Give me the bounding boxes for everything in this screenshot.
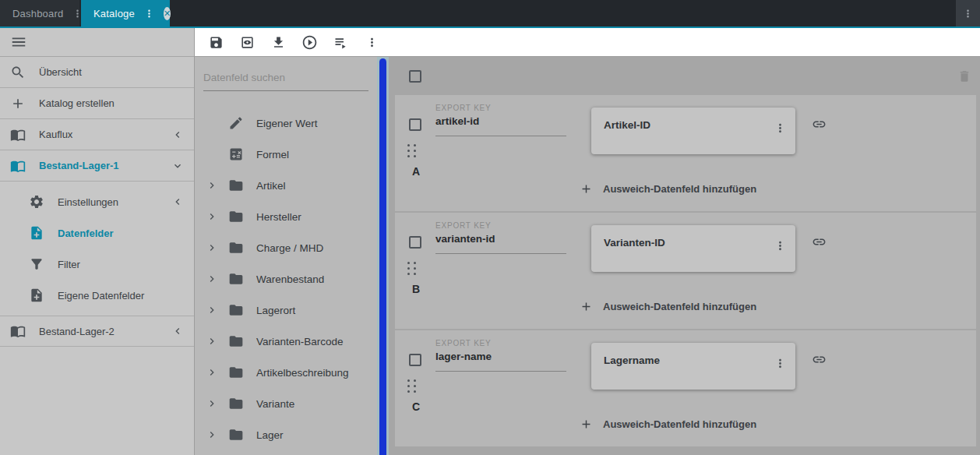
plus-icon: [580, 182, 593, 196]
drag-handle-icon[interactable]: [407, 262, 416, 275]
preview-icon[interactable]: [238, 34, 256, 51]
pencil-icon: [228, 115, 244, 131]
tree-item-eigener-wert[interactable]: Eigener Wert: [195, 108, 377, 139]
export-key-input[interactable]: artikel-id: [435, 115, 566, 136]
chip-menu-icon[interactable]: [774, 239, 788, 253]
tab-menu-icon[interactable]: [143, 8, 155, 19]
folder-icon: [228, 396, 244, 411]
datafield-chip[interactable]: Lagername: [591, 343, 795, 390]
chevron-right-icon[interactable]: [206, 179, 218, 192]
tree-folder-lagerort[interactable]: Lagerort: [195, 295, 377, 326]
catalog-book-icon: [10, 127, 26, 143]
datafield-chip-label: Artikel-ID: [604, 119, 650, 131]
sidebar-item-bestand-lager-1[interactable]: Bestand-Lager-1: [0, 150, 194, 182]
folder-icon: [228, 333, 244, 349]
datafield-search-input[interactable]: [203, 69, 368, 91]
chevron-right-icon[interactable]: [206, 242, 218, 254]
datafield-tree-panel: Eigener Wert Formel Artikel: [195, 57, 377, 455]
row-checkbox[interactable]: [409, 354, 421, 366]
tab-dashboard[interactable]: Dashboard: [0, 0, 79, 26]
playlist-play-icon[interactable]: [332, 34, 349, 51]
folder-icon: [228, 178, 244, 193]
doc-add-icon: [29, 287, 44, 303]
sidebar-item-label: Bestand-Lager-2: [39, 326, 115, 337]
sidebar-item-datenfelder[interactable]: Datenfelder: [0, 217, 194, 249]
tree-item-label: Varianten-Barcode: [256, 336, 344, 347]
sidebar-item-einstellungen[interactable]: Einstellungen: [0, 186, 194, 217]
link-icon[interactable]: [812, 117, 827, 132]
tree-item-label: Hersteller: [256, 211, 301, 223]
row-letter: A: [412, 165, 420, 178]
chevron-right-icon[interactable]: [206, 429, 218, 441]
sidebar-item-kauflux[interactable]: Kauflux: [0, 119, 194, 150]
row-checkbox[interactable]: [409, 236, 421, 249]
tab-dashboard-label: Dashboard: [12, 8, 63, 19]
add-fallback-datafield-button[interactable]: Ausweich-Datenfeld hinzufügen: [580, 418, 756, 431]
drag-handle-icon[interactable]: [407, 144, 416, 157]
tab-kataloge[interactable]: Kataloge ✕: [81, 0, 170, 26]
row-letter: B: [412, 283, 420, 295]
tree-item-label: Eigener Wert: [256, 118, 318, 129]
trash-icon[interactable]: [957, 69, 971, 83]
export-key-label: EXPORT KEY: [435, 339, 566, 347]
datafield-chip[interactable]: Artikel-ID: [591, 108, 795, 154]
hamburger-menu-icon[interactable]: [10, 34, 27, 51]
export-key-input[interactable]: varianten-id: [435, 233, 566, 254]
chevron-right-icon[interactable]: [206, 335, 218, 347]
tree-folder-warenbestand[interactable]: Warenbestand: [195, 263, 377, 295]
folder-icon: [228, 240, 244, 256]
doc-add-icon: [29, 225, 44, 241]
chip-menu-icon[interactable]: [774, 122, 788, 136]
mapping-panel: A EXPORT KEY artikel-id Artikel-ID: [389, 57, 980, 455]
select-all-checkbox[interactable]: [409, 70, 421, 83]
browser-tabbar: Dashboard Kataloge ✕: [0, 0, 980, 26]
tree-folder-artikel[interactable]: Artikel: [195, 170, 377, 201]
drag-handle-icon[interactable]: [407, 379, 416, 393]
tab-close-icon[interactable]: ✕: [164, 7, 171, 20]
sidebar-item-eigene-datenfelder[interactable]: Eigene Datenfelder: [0, 280, 194, 311]
tree-folder-hersteller[interactable]: Hersteller: [195, 201, 377, 232]
tree-item-formel[interactable]: Formel: [195, 139, 377, 170]
play-circle-icon[interactable]: [301, 34, 318, 51]
folder-icon: [228, 302, 244, 318]
tree-folder-lager[interactable]: Lager: [195, 419, 377, 450]
tree-folder-varianten-barcode[interactable]: Varianten-Barcode: [195, 326, 377, 357]
folder-icon: [228, 427, 244, 443]
funnel-icon: [29, 256, 44, 272]
catalog-book-icon: [10, 323, 26, 339]
more-vert-icon[interactable]: [363, 34, 380, 51]
export-key-input[interactable]: lager-name: [435, 351, 566, 372]
window-menu-icon[interactable]: [956, 0, 980, 26]
sidebar-item-uebersicht[interactable]: Übersicht: [0, 57, 194, 88]
link-icon[interactable]: [812, 235, 827, 249]
splitter-handle[interactable]: [379, 58, 386, 455]
panel-splitter[interactable]: [377, 57, 389, 455]
chevron-right-icon[interactable]: [206, 366, 218, 379]
mapping-header: [389, 57, 980, 95]
sidebar-item-bestand-lager-2[interactable]: Bestand-Lager-2: [0, 316, 194, 347]
add-fallback-datafield-button[interactable]: Ausweich-Datenfeld hinzufügen: [580, 300, 756, 313]
sidebar-item-katalog-erstellen[interactable]: Katalog erstellen: [0, 88, 194, 119]
tree-folder-variante[interactable]: Variante: [195, 388, 377, 419]
row-letter: C: [412, 400, 420, 413]
chip-menu-icon[interactable]: [774, 357, 788, 371]
download-icon[interactable]: [270, 34, 287, 51]
folder-icon: [228, 209, 244, 224]
datafield-chip[interactable]: Varianten-ID: [591, 225, 795, 272]
save-icon[interactable]: [207, 34, 224, 51]
sidebar-item-label: Filter: [58, 259, 80, 270]
plus-icon: [10, 96, 26, 111]
sidebar-item-filter[interactable]: Filter: [0, 249, 194, 280]
chevron-down-icon: [171, 160, 184, 172]
chevron-right-icon[interactable]: [206, 273, 218, 285]
tree-folder-artikelbeschreibung[interactable]: Artikelbeschreibung: [195, 357, 377, 388]
tree-folder-charge-mhd[interactable]: Charge / MHD: [195, 232, 377, 263]
link-icon[interactable]: [812, 352, 827, 367]
chevron-right-icon[interactable]: [206, 210, 218, 223]
tree-item-label: Artikel: [256, 180, 286, 192]
chevron-right-icon[interactable]: [206, 304, 218, 316]
row-checkbox[interactable]: [409, 118, 421, 131]
add-fallback-datafield-button[interactable]: Ausweich-Datenfeld hinzufügen: [580, 182, 756, 196]
chevron-right-icon[interactable]: [206, 397, 218, 410]
datafield-chip-label: Varianten-ID: [604, 237, 665, 249]
